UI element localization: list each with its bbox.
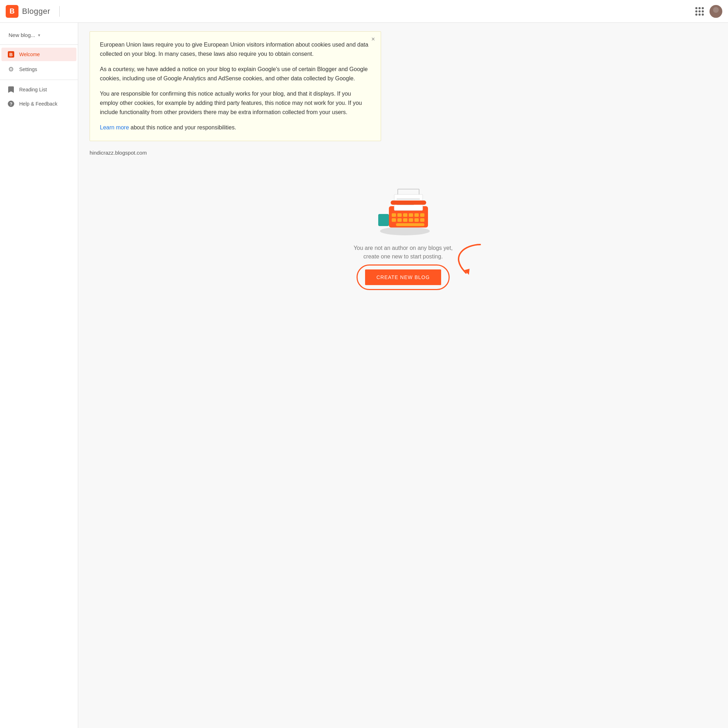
notice-learn-more: Learn more about this notice and your re… [100,123,371,132]
svg-point-1 [711,14,721,18]
svg-rect-25 [414,218,419,222]
blogger-logo-icon: B [6,5,18,18]
svg-rect-19 [414,213,419,217]
sidebar: New blog... ▾ B Welcome ⚙ Settings [0,23,78,728]
blog-url: hindicrazz.blogspot.com [90,150,717,156]
grid-dot [702,10,704,12]
grid-dot [695,10,697,12]
create-new-blog-button[interactable]: CREATE NEW BLOG [365,269,441,285]
bookmark-icon [7,86,15,93]
help-icon: ? [7,101,15,107]
grid-dot [695,7,697,9]
svg-rect-7 [378,214,389,226]
svg-rect-15 [392,213,396,217]
svg-rect-27 [396,223,424,226]
sidebar-item-reading-list[interactable]: Reading List [2,83,76,96]
learn-more-link[interactable]: Learn more [100,124,129,130]
sidebar-label-reading-list: Reading List [19,87,47,92]
svg-rect-18 [409,213,413,217]
create-button-wrapper: CREATE NEW BLOG [365,269,441,285]
main-content: × European Union laws require you to giv… [78,23,728,728]
blogger-icon: B [7,51,15,58]
svg-rect-16 [398,213,402,217]
header-logo: B Blogger [6,5,66,18]
typewriter-illustration [367,179,439,236]
settings-icon: ⚙ [7,66,15,73]
dropdown-arrow-icon: ▾ [38,33,40,38]
svg-point-6 [380,227,430,236]
new-blog-label: New blog... [9,32,35,38]
notice-paragraph-1: European Union laws require you to give … [100,40,371,58]
svg-rect-24 [409,218,413,222]
grid-dot [699,14,700,16]
header-actions [695,5,722,18]
notice-paragraph-2: As a courtesy, we have added a notice on… [100,65,371,83]
sidebar-label-settings: Settings [19,66,37,72]
notice-paragraph-3: You are responsible for confirming this … [100,89,371,116]
svg-rect-17 [403,213,407,217]
sidebar-divider-2 [0,80,78,80]
sidebar-item-settings[interactable]: ⚙ Settings [2,62,76,77]
sidebar-divider [0,44,78,45]
sidebar-label-help-feedback: Help & Feedback [19,101,57,107]
empty-state: You are not an author on any blogs yet, … [90,164,717,299]
notice-close-button[interactable]: × [371,36,375,42]
grid-dot [699,10,700,12]
svg-rect-26 [420,218,424,222]
svg-rect-21 [392,218,396,222]
svg-text:B: B [9,52,12,57]
empty-text-line2: create one new to start posting. [363,254,442,260]
sidebar-item-welcome[interactable]: B Welcome [2,47,76,61]
empty-state-text: You are not an author on any blogs yet, … [354,244,453,261]
user-avatar[interactable] [710,5,722,18]
sidebar-label-welcome: Welcome [19,52,40,57]
new-blog-button[interactable]: New blog... ▾ [3,28,75,41]
svg-rect-20 [420,213,424,217]
svg-marker-31 [464,269,470,275]
svg-rect-14 [391,200,426,205]
svg-text:?: ? [9,101,12,107]
eu-notice-box: × European Union laws require you to giv… [90,31,381,141]
svg-rect-23 [403,218,407,222]
grid-dot [695,14,697,16]
app-title: Blogger [22,7,50,16]
apps-icon[interactable] [695,7,704,16]
main-layout: New blog... ▾ B Welcome ⚙ Settings [0,23,728,728]
empty-text-line1: You are not an author on any blogs yet, [354,245,453,251]
svg-point-0 [713,7,719,13]
svg-rect-22 [398,218,402,222]
grid-dot [702,7,704,9]
app-header: B Blogger [0,0,728,23]
notice-suffix: about this notice and your responsibilit… [129,124,236,130]
grid-dot [699,7,700,9]
sidebar-item-help-feedback[interactable]: ? Help & Feedback [2,97,76,110]
grid-dot [702,14,704,16]
